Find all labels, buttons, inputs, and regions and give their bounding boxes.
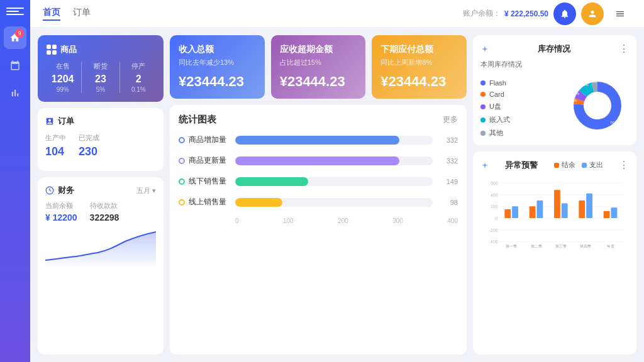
- stat-bar-row: 线上销售量 98: [179, 197, 458, 207]
- inv-body: FlashCardU盘嵌入式其他 76%4%6%10%4%: [480, 74, 629, 138]
- expense-bar: [562, 204, 568, 218]
- balance-area: 账户余额： ¥ 222,250.50: [463, 8, 548, 19]
- sidebar-item-chart[interactable]: [4, 82, 26, 104]
- bar-track: [235, 136, 433, 145]
- anomaly-add-button[interactable]: ＋: [480, 160, 489, 171]
- inventory-more-button[interactable]: ⋮: [619, 43, 629, 55]
- menu-button[interactable]: [609, 3, 631, 25]
- perf-overdue-title: 应收超期金额: [280, 44, 357, 55]
- perf-payable-value: ¥23444.23: [380, 74, 458, 90]
- bar-dot: [179, 178, 185, 185]
- perf-overdue-sub: 占比超过15%: [280, 58, 357, 67]
- legend-item: Card: [480, 90, 561, 98]
- stats-more[interactable]: 更多: [443, 114, 458, 125]
- bar-dot: [179, 137, 185, 143]
- finance-title: 财务: [58, 185, 74, 196]
- donut-label: 10%: [581, 83, 589, 87]
- expense-dot: [582, 163, 587, 168]
- goods-stat-stockout: 断货 23 5%: [84, 62, 116, 93]
- bar-count: 98: [439, 199, 458, 206]
- content-area: 商品 在售 1204 99% 断货 23 5%: [30, 28, 644, 362]
- x-label: 第二季: [531, 244, 542, 248]
- bar-track: [235, 177, 433, 186]
- stats-title: 统计图表: [179, 114, 216, 126]
- finance-balance: 当前余额 ¥ 12200: [45, 201, 77, 222]
- order-card-header: 订单: [45, 116, 156, 127]
- divider2: [119, 62, 120, 93]
- bar-fill: [235, 136, 399, 145]
- bar-label: 线下销售量: [179, 176, 229, 187]
- perf-card-overdue: 应收超期金额 占比超过15% ¥23444.23: [271, 35, 366, 99]
- svg-text:0: 0: [496, 216, 498, 221]
- perf-card-payable: 下期应付总额 同比上周新增8% ¥23444.23: [372, 35, 467, 99]
- sidebar: 9: [0, 0, 30, 362]
- legend-dot: [480, 92, 486, 97]
- bar-rows: 商品增加量 332 商品更新量 332 线下销售量 149 线上销售量: [179, 134, 458, 207]
- legend-dot: [480, 80, 486, 85]
- avatar-button[interactable]: [581, 3, 604, 25]
- legend-dot: [480, 104, 486, 109]
- order-stats: 生产中 104 已完成 230: [45, 133, 156, 158]
- bar-text: 线下销售量: [189, 176, 226, 187]
- header-right: 账户余额： ¥ 222,250.50: [463, 3, 631, 25]
- goods-card: 商品 在售 1204 99% 断货 23 5%: [38, 35, 164, 102]
- balance-label: 账户余额：: [463, 8, 501, 19]
- legend-item: 其他: [480, 128, 561, 138]
- stat-bar-row: 商品增加量 332: [179, 134, 458, 145]
- bell-button[interactable]: [553, 3, 576, 25]
- bar-dot: [179, 199, 185, 206]
- goods-label-stopped: 停产: [123, 62, 155, 71]
- svg-text:400: 400: [491, 193, 498, 197]
- x-label: 第三季: [555, 244, 567, 248]
- order-value-producing: 104: [45, 145, 66, 158]
- finance-row: 当前余额 ¥ 12200 待收款款 322298: [45, 201, 156, 222]
- divider1: [81, 62, 82, 93]
- header: 首页 订单 账户余额： ¥ 222,250.50: [30, 0, 644, 28]
- finance-header: 财务 五月 ▾: [45, 185, 156, 196]
- bar-count: 332: [439, 157, 458, 165]
- bar-count: 332: [439, 136, 458, 144]
- x-label: 第一季: [506, 244, 517, 248]
- goods-label-stockout: 断货: [84, 62, 116, 71]
- sidebar-item-home[interactable]: 9: [4, 26, 26, 49]
- stats-header: 统计图表 更多: [179, 114, 458, 126]
- perf-card-income: 收入总额 同比去年减少13% ¥23444.23: [170, 35, 265, 99]
- inventory-add-button[interactable]: ＋: [480, 43, 489, 55]
- expense-bar: [611, 207, 617, 218]
- x-label: 第四季: [580, 244, 591, 248]
- goods-stat-stopped: 停产 2 0.1%: [123, 62, 155, 93]
- order-value-done: 230: [79, 145, 99, 158]
- perf-payable-title: 下期应付总额: [380, 44, 458, 55]
- inv-legend: FlashCardU盘嵌入式其他: [480, 74, 561, 138]
- legend-item: 嵌入式: [480, 115, 561, 124]
- finance-receivable-value: 322298: [90, 212, 119, 222]
- donut-label: 4%: [592, 80, 597, 84]
- balance-bar: [530, 206, 536, 218]
- balance-bar: [579, 200, 585, 218]
- bar-text: 商品更新量: [189, 155, 226, 166]
- home-badge: 9: [15, 29, 24, 38]
- bar-label: 商品更新量: [179, 155, 229, 166]
- anomaly-more-button[interactable]: ⋮: [619, 159, 629, 171]
- stat-bar-row: 线下销售量 149: [179, 176, 458, 187]
- donut-label: 6%: [574, 92, 579, 96]
- finance-receivable: 待收款款 322298: [90, 201, 119, 222]
- menu-icon[interactable]: [6, 8, 24, 21]
- x-label: 年度: [607, 244, 614, 248]
- finance-chart: 01020304050607: [45, 229, 156, 266]
- bar-fill: [235, 198, 282, 207]
- month-select[interactable]: 五月 ▾: [136, 186, 156, 195]
- right-column: ＋ 库存情况 ⋮ 本周库存情况 FlashCardU盘嵌入式其他 76%4%6%…: [473, 35, 636, 354]
- goods-grid-icon: [47, 45, 57, 55]
- tab-order[interactable]: 订单: [73, 7, 91, 21]
- inv-sub: 本周库存情况: [480, 60, 629, 69]
- svg-text:600: 600: [491, 181, 498, 185]
- sidebar-item-calendar[interactable]: [4, 54, 26, 77]
- bar-text: 商品增加量: [189, 134, 226, 145]
- perf-row: 收入总额 同比去年减少13% ¥23444.23 应收超期金额 占比超过15% …: [170, 35, 467, 99]
- mid-column: 收入总额 同比去年减少13% ¥23444.23 应收超期金额 占比超过15% …: [170, 35, 467, 354]
- order-card: 订单 生产中 104 已完成 230: [38, 108, 164, 171]
- tab-home[interactable]: 首页: [43, 7, 60, 21]
- left-column: 商品 在售 1204 99% 断货 23 5%: [38, 35, 164, 354]
- svg-text:200: 200: [491, 204, 498, 209]
